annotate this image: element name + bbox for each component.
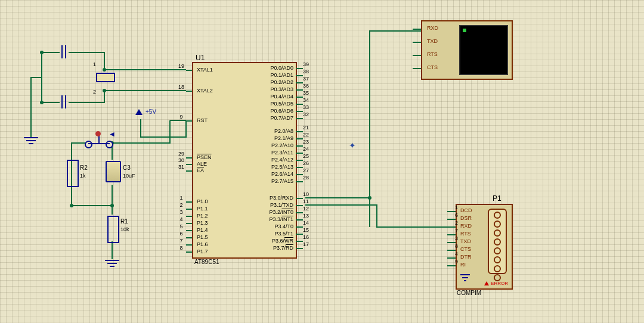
- pin-name: P1.1: [197, 206, 208, 212]
- db9-pin-name: DCD: [460, 207, 472, 213]
- pin-name: P0.6/AD6: [258, 108, 293, 114]
- pin-number: 24: [303, 147, 314, 152]
- capacitor-top[interactable]: [60, 45, 68, 58]
- pin-tick: [296, 248, 303, 249]
- capacitor-c3[interactable]: [106, 161, 121, 182]
- db9-pin-number: 7: [450, 228, 458, 234]
- pin-number: 1: [177, 195, 186, 201]
- chip-model: AT89C51: [194, 259, 219, 265]
- c3-value: 10uF: [123, 173, 135, 179]
- pin-name: P1.2: [197, 213, 208, 219]
- capacitor-bottom[interactable]: [60, 95, 68, 108]
- pin-tick: [296, 138, 303, 139]
- pin-name: P2.7/A15: [258, 178, 293, 184]
- pin-tick: [186, 244, 192, 246]
- vcc-5v: [135, 109, 143, 115]
- pin-number: 19: [177, 64, 186, 69]
- resistor-r2[interactable]: [67, 160, 79, 187]
- pin-name: XTAL1: [197, 67, 213, 73]
- pin-tick: [296, 97, 303, 98]
- pin-name: P0.7/AD7: [258, 115, 293, 121]
- pin-tick: [186, 91, 192, 92]
- pin-tick: [186, 223, 192, 224]
- pin-name: P3.2/INT0: [258, 209, 293, 215]
- reset-button[interactable]: ◄: [88, 132, 110, 149]
- pin-number: 30: [177, 158, 186, 163]
- pin-tick: [296, 212, 303, 213]
- resistor-r1[interactable]: [107, 216, 119, 243]
- pin-name: P0.5/AD5: [258, 101, 293, 107]
- pin-tick: [186, 157, 192, 159]
- db9-pin-number: 9: [450, 259, 458, 265]
- ground-db9: [460, 274, 470, 281]
- pin-tick: [296, 198, 303, 199]
- pin-name: RST: [197, 117, 208, 123]
- pin-tick: [296, 167, 303, 168]
- db9-pin-number: 3: [450, 236, 458, 241]
- pin-name: P1.6: [197, 241, 208, 247]
- pin-number: 8: [177, 246, 186, 251]
- pin-number: 4: [177, 217, 186, 222]
- db9-error: ERROR: [484, 281, 508, 286]
- ground-left: [24, 137, 38, 144]
- pin-name: P1.4: [197, 227, 208, 233]
- db9-pin-number: 6: [450, 213, 458, 218]
- pin-tick: [296, 131, 303, 132]
- vterm-pin-label: CTS: [427, 64, 438, 70]
- pin-number: 38: [303, 69, 314, 74]
- pin-number: 37: [303, 76, 314, 82]
- pin-tick: [296, 234, 303, 235]
- pin-name: P0.3/AD3: [258, 86, 293, 92]
- pin-name: P2.4/A12: [258, 157, 293, 163]
- r1-ref: R1: [120, 218, 128, 225]
- pin-number: 9: [177, 114, 186, 120]
- pin-number: 17: [303, 242, 314, 247]
- pin-tick: [296, 82, 303, 83]
- xtal-pin1: 1: [93, 62, 96, 67]
- pin-name: P1.3: [197, 220, 208, 226]
- pin-number: 25: [303, 154, 314, 159]
- pin-number: 32: [303, 112, 314, 117]
- db9-pin-number: 1: [450, 205, 458, 210]
- pin-number: 11: [303, 199, 314, 204]
- pin-number: 12: [303, 206, 314, 212]
- pin-name: P3.4/T0: [258, 223, 293, 229]
- pin-tick: [296, 145, 303, 147]
- pin-name: P3.5/T1: [258, 231, 293, 237]
- vterm-pin-tick: [413, 42, 421, 43]
- db9-pin-tick: [447, 219, 456, 220]
- db9-pin-name: RXD: [460, 223, 472, 229]
- vterm-pin-label: TXD: [427, 38, 438, 44]
- pin-name: PSEN: [197, 154, 212, 160]
- db9-ref: P1: [493, 194, 501, 203]
- pin-tick: [186, 230, 192, 231]
- pin-name: P2.2/A10: [258, 142, 293, 148]
- pin-tick: [296, 111, 303, 112]
- db9-pin-tick: [447, 257, 456, 259]
- pin-name: P3.1/TXD: [258, 202, 293, 208]
- pin-tick: [296, 219, 303, 220]
- db9-model: COMPIM: [457, 290, 481, 296]
- pin-number: 21: [303, 125, 314, 131]
- pin-name: P3.3/INT1: [258, 216, 293, 222]
- vterm-pin-label: RXD: [427, 25, 438, 31]
- pin-number: 10: [303, 192, 314, 197]
- db9-pin-name: RTS: [460, 231, 471, 237]
- pin-number: 31: [177, 164, 186, 170]
- pin-number: 28: [303, 175, 314, 181]
- r2-value: 1k: [80, 173, 86, 179]
- crystal[interactable]: [96, 73, 115, 82]
- pin-tick: [296, 205, 303, 206]
- pin-tick: [296, 160, 303, 161]
- pin-name: P2.3/A11: [258, 150, 293, 156]
- pin-tick: [296, 153, 303, 154]
- pin-name: P1.0: [197, 198, 208, 204]
- pin-number: 6: [177, 231, 186, 237]
- pin-name: P0.1/AD1: [258, 72, 293, 78]
- pin-tick: [296, 226, 303, 228]
- pin-number: 26: [303, 161, 314, 166]
- pin-number: 18: [177, 85, 186, 90]
- pin-tick: [296, 89, 303, 91]
- db9-pin-name: DTR: [460, 254, 472, 260]
- vcc-label: +5V: [145, 108, 156, 115]
